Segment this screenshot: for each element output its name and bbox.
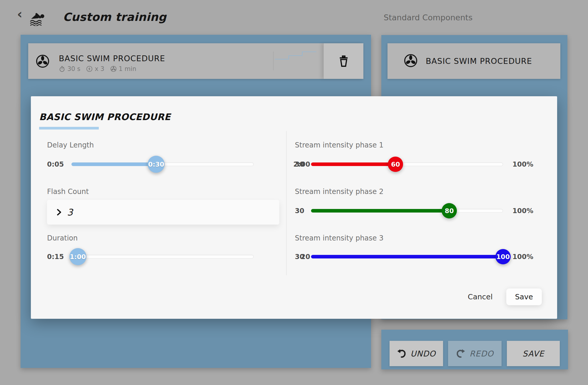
slider-track[interactable]: 100 <box>311 248 503 266</box>
delay-length-slider: 0:05 0:30 2:00 <box>47 155 310 173</box>
chevron-right-icon <box>56 208 62 216</box>
undo-icon <box>397 349 406 358</box>
save-button[interactable]: Save <box>506 288 542 305</box>
slider-min-label: 30 <box>295 160 304 168</box>
swimmer-icon <box>29 11 48 27</box>
duration-slider: 0:15 1:00 20 <box>47 248 310 266</box>
redo-icon <box>456 349 465 358</box>
stopwatch-icon <box>59 66 65 72</box>
back-button[interactable]: ‹ <box>17 8 22 21</box>
custom-training-screen: ‹ Custom training <box>0 0 588 385</box>
component-title: BASIC SWIM PROCEDURE <box>59 54 165 63</box>
title-underline <box>39 127 99 130</box>
fan-icon <box>36 54 49 69</box>
trash-icon <box>338 55 349 67</box>
slider-thumb[interactable]: 100 <box>495 249 511 264</box>
phase2-slider: 30 80 100% <box>295 202 545 220</box>
fan-icon <box>110 66 117 72</box>
slider-min-label: 30 <box>295 207 304 215</box>
slider-max-label: 100% <box>512 160 548 168</box>
component-title: BASIC SWIM PROCEDURE <box>426 57 532 66</box>
slider-max-label: 20 <box>47 253 310 260</box>
phase3-label: Stream intensity phase 3 <box>295 234 383 242</box>
phase2-label: Stream intensity phase 2 <box>295 187 383 196</box>
flash-icon <box>86 66 93 72</box>
standard-component-item[interactable]: BASIC SWIM PROCEDURE <box>387 43 560 79</box>
slider-min-label: 30 <box>295 253 304 260</box>
phase1-slider: 30 60 100% <box>295 155 545 173</box>
slider-max-label: 100% <box>512 207 548 215</box>
flash-count-field[interactable]: 3 <box>47 200 279 225</box>
phase3-slider: 30 100 100% <box>295 248 545 266</box>
training-component-card[interactable]: BASIC SWIM PROCEDURE 30 s x 3 <box>28 43 363 79</box>
redo-button[interactable]: REDO <box>448 341 502 366</box>
slider-thumb[interactable]: 60 <box>388 157 403 172</box>
standard-components-heading: Standard Components <box>384 13 472 22</box>
duration-label: Duration <box>47 234 78 242</box>
flash-count-label: Flash Count <box>47 187 89 196</box>
slider-thumb[interactable]: 80 <box>442 203 457 218</box>
slider-track[interactable]: 80 <box>311 202 503 220</box>
delete-component-button[interactable] <box>323 43 363 79</box>
dialog-title: BASIC SWIM PROCEDURE <box>39 112 171 122</box>
component-stats: 30 s x 3 1 min <box>59 65 136 72</box>
slider-max-label: 100% <box>512 253 548 260</box>
page-title: Custom training <box>63 11 166 24</box>
flash-count-value: 3 <box>67 207 73 218</box>
delay-length-label: Delay Length <box>47 141 94 149</box>
save-training-button[interactable]: SAVE <box>507 341 560 366</box>
dialog-actions: Cancel Save <box>468 286 542 307</box>
phase1-label: Stream intensity phase 1 <box>295 141 383 149</box>
cancel-button[interactable]: Cancel <box>468 293 493 301</box>
step-profile-chart <box>272 43 324 80</box>
slider-track[interactable]: 60 <box>311 155 503 173</box>
fan-icon <box>404 54 417 69</box>
undo-button[interactable]: UNDO <box>390 341 443 366</box>
slider-max-label: 2:00 <box>47 160 310 168</box>
component-settings-dialog: BASIC SWIM PROCEDURE Delay Length 0:05 0… <box>31 96 557 319</box>
